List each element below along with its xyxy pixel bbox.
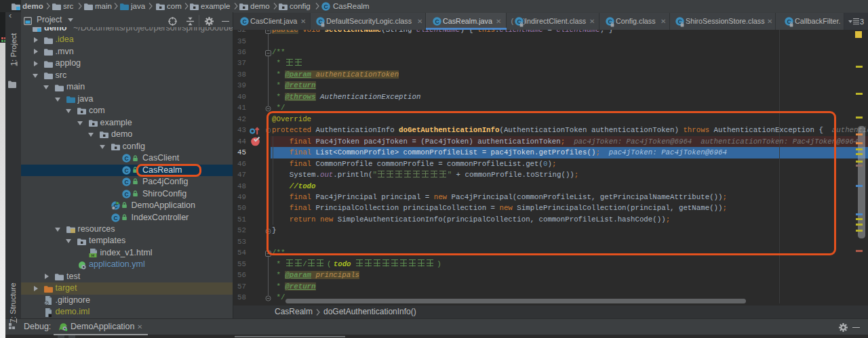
svg-text:C: C xyxy=(124,167,128,173)
svg-text:H: H xyxy=(91,253,94,257)
svg-text:C: C xyxy=(323,3,328,9)
svg-text:C: C xyxy=(242,18,246,25)
svg-text:C: C xyxy=(113,214,117,221)
svg-text:C: C xyxy=(435,18,439,25)
svg-text:C: C xyxy=(124,179,128,186)
svg-text:C: C xyxy=(124,155,128,162)
svg-text:C: C xyxy=(124,190,128,197)
